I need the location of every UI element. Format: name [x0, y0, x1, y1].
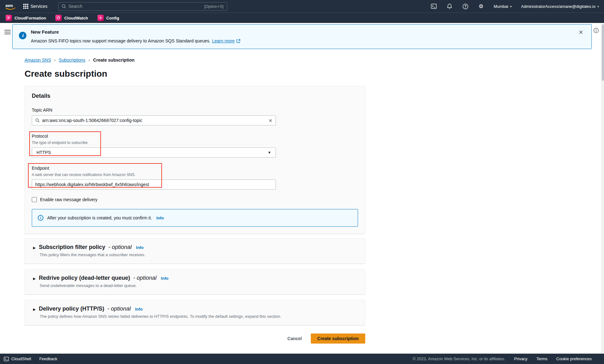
banner-message: Amazon SNS FIFO topics now support messa… [31, 38, 210, 43]
sidebar-toggle-hamburger[interactable] [4, 29, 11, 36]
footer-cloudshell-button[interactable]: CloudShell [4, 356, 31, 361]
global-search-input[interactable]: Search [Option+S] [58, 2, 227, 11]
help-panel-info-button[interactable] [593, 28, 599, 35]
gear-icon: ⚙ [479, 4, 484, 9]
favorite-cloudformation[interactable]: CloudFormation [6, 15, 46, 21]
account-label: AdministratorAccess/amane@digitalex.io [521, 4, 596, 9]
search-placeholder: Search [69, 4, 82, 9]
region-label: Mumbai [494, 4, 508, 9]
account-menu[interactable]: AdministratorAccess/amane@digitalex.io ▾ [521, 4, 599, 9]
section-optional-tag: - optional [109, 244, 132, 251]
cloudshell-terminal-button[interactable] [431, 3, 437, 9]
favorite-label: CloudFormation [14, 16, 46, 20]
search-shortcut-hint: [Option+S] [204, 4, 224, 9]
section-description: This policy filters the messages that a … [40, 252, 357, 257]
aws-logo-icon: aws [5, 3, 16, 10]
scrollbar-thumb[interactable] [602, 24, 604, 81]
protocol-field: Protocol The type of endpoint to subscri… [32, 133, 358, 157]
select-arrow-icon: ▼ [268, 151, 271, 154]
services-menu[interactable]: Services [23, 4, 48, 9]
section-title: Subscription filter policy [39, 244, 105, 251]
section-optional-tag: - optional [108, 306, 131, 312]
protocol-select[interactable]: HTTPS ▼ [32, 147, 276, 157]
breadcrumb: Amazon SNS › Subscriptions › Create subs… [25, 57, 365, 63]
clear-input-icon[interactable]: ✕ [268, 118, 272, 123]
console-footer: CloudShell Feedback © 2023, Amazon Web S… [0, 354, 604, 364]
svg-text:aws: aws [5, 3, 13, 8]
breadcrumb-amazon-sns[interactable]: Amazon SNS [25, 58, 51, 63]
terminal-icon [431, 4, 437, 9]
cookie-preferences-link[interactable]: Cookie preferences [556, 356, 592, 361]
info-circle-icon [593, 28, 599, 33]
aws-logo[interactable]: aws [5, 3, 16, 10]
endpoint-label: Endpoint [32, 165, 358, 171]
section-info-link[interactable]: Info [161, 276, 169, 281]
endpoint-field: Endpoint A web server that can receive n… [32, 165, 358, 190]
scrollbar-track [601, 23, 604, 354]
learn-more-link[interactable]: Learn more [212, 38, 235, 43]
confirm-subscription-alert: i After your subscription is created, yo… [32, 209, 358, 227]
endpoint-input[interactable] [35, 182, 272, 187]
section-info-link[interactable]: Info [136, 245, 144, 250]
favorite-label: CloudWatch [64, 16, 88, 20]
section-title: Delivery policy (HTTP/S) [39, 306, 104, 312]
alert-text: After your subscription is created, you … [47, 215, 152, 220]
copyright-text: © 2023, Amazon Web Services, Inc. or its… [413, 356, 506, 361]
topic-arn-input-wrap: ✕ [32, 115, 276, 125]
form-actions: Cancel Create subscription [25, 334, 365, 344]
info-circle-icon: i [38, 215, 43, 221]
chevron-down-icon: ▾ [597, 5, 599, 8]
topic-arn-field: Topic ARN ✕ [32, 107, 358, 125]
info-icon: i [19, 32, 26, 39]
protocol-selected-value: HTTPS [36, 150, 51, 155]
new-feature-banner: i New Feature Amazon SNS FIFO topics now… [12, 24, 592, 49]
section-expander[interactable]: ▶ Subscription filter policy - optional … [33, 244, 357, 251]
protocol-description: The type of endpoint to subscribe [32, 140, 358, 145]
section-description: The policy defines how Amazon SNS retrie… [40, 314, 357, 319]
subscription-filter-policy-section: ▶ Subscription filter policy - optional … [25, 238, 365, 264]
external-link-icon [236, 39, 240, 43]
services-grid-icon [23, 4, 28, 9]
breadcrumb-separator-icon: › [54, 57, 56, 63]
banner-title: New Feature [31, 29, 240, 35]
redrive-policy-section: ▶ Redrive policy (dead-letter queue) - o… [25, 269, 365, 295]
section-expander[interactable]: ▶ Delivery policy (HTTP/S) - optional In… [33, 306, 357, 312]
feedback-button[interactable]: Feedback [39, 356, 57, 361]
details-card: Details Topic ARN ✕ Protocol The type of… [25, 86, 365, 234]
endpoint-input-wrap [32, 179, 276, 190]
settings-button[interactable]: ⚙ [478, 3, 484, 9]
expand-arrow-icon: ▶ [33, 307, 36, 312]
alert-info-link[interactable]: Info [156, 216, 164, 220]
help-button[interactable]: ? [462, 3, 468, 9]
topic-arn-input[interactable] [42, 118, 266, 123]
cloudshell-icon [4, 357, 9, 361]
favorite-config[interactable]: Config [98, 15, 119, 21]
breadcrumb-current: Create subscription [93, 58, 134, 63]
cancel-button[interactable]: Cancel [288, 336, 302, 341]
details-heading: Details [32, 92, 358, 99]
delivery-policy-section: ▶ Delivery policy (HTTP/S) - optional In… [25, 300, 365, 325]
terms-link[interactable]: Terms [536, 356, 547, 361]
topnav-right-group: ? ⚙ Mumbai ▾ AdministratorAccess/amane@d… [431, 3, 599, 9]
expand-arrow-icon: ▶ [33, 246, 36, 250]
notifications-button[interactable] [446, 3, 453, 9]
close-icon[interactable]: ✕ [579, 29, 583, 36]
breadcrumb-separator-icon: › [88, 57, 90, 63]
breadcrumb-subscriptions[interactable]: Subscriptions [59, 58, 85, 63]
cloudwatch-icon [55, 15, 62, 21]
raw-message-delivery-checkbox[interactable] [32, 197, 37, 202]
favorite-cloudwatch[interactable]: CloudWatch [55, 15, 88, 21]
raw-message-delivery-row: Enable raw message delivery [32, 197, 358, 202]
region-selector[interactable]: Mumbai ▾ [494, 4, 512, 9]
section-expander[interactable]: ▶ Redrive policy (dead-letter queue) - o… [33, 275, 357, 281]
bell-icon [447, 3, 452, 9]
privacy-link[interactable]: Privacy [514, 356, 528, 361]
section-info-link[interactable]: Info [135, 307, 143, 312]
cloudshell-label: CloudShell [11, 356, 31, 361]
topic-arn-label: Topic ARN [32, 107, 358, 113]
favorites-bar: CloudFormation CloudWatch Config [0, 13, 604, 23]
page-title: Create subscription [25, 68, 365, 80]
raw-message-delivery-label: Enable raw message delivery [40, 197, 98, 202]
create-subscription-button[interactable]: Create subscription [311, 334, 365, 344]
svg-text:?: ? [464, 4, 466, 8]
